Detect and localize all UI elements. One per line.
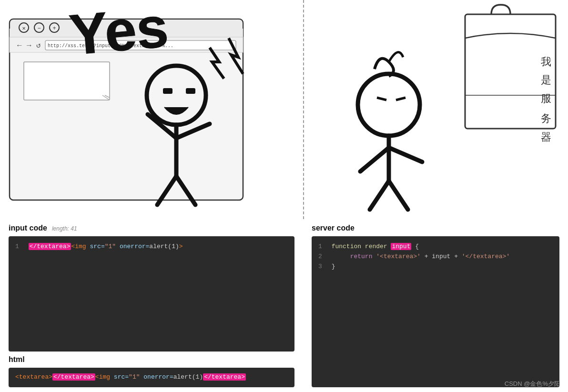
svg-line-32 — [389, 148, 422, 162]
server-code-line1: 1 function render input { — [318, 242, 553, 252]
indent — [332, 253, 346, 260]
server-code-line3: 3 } — [318, 262, 553, 272]
line-num-1: 1 — [15, 243, 19, 250]
svg-rect-15 — [24, 62, 110, 100]
right-illustration-svg: 我 是 服 务 器 — [303, 0, 568, 219]
input-param: input — [391, 243, 411, 250]
attr-src: src= — [90, 243, 104, 250]
server-label-text: server code — [312, 224, 355, 232]
server-code-label: server code — [312, 224, 559, 232]
alert-code: alert(1) — [149, 243, 179, 250]
html-tag-textarea-close-hl: </textarea> — [52, 373, 95, 381]
str-textarea-close: '</textarea>' — [462, 253, 510, 260]
html-attr-onerror: onerror= — [140, 373, 173, 381]
svg-rect-20 — [163, 88, 172, 94]
svg-text:+: + — [52, 25, 56, 32]
svg-text:器: 器 — [541, 132, 551, 142]
watermark-text: CSDN @金色%夕阳 — [505, 380, 560, 387]
input-code-label: input code length: 41 — [9, 224, 294, 232]
svg-text:✕: ✕ — [22, 25, 25, 32]
svg-line-31 — [360, 148, 389, 171]
svg-text:→: → — [27, 41, 31, 50]
svg-line-28 — [377, 98, 386, 100]
html-attr-src: src= — [110, 373, 129, 381]
input-code-line1: 1 </textarea><img src="1" onerror=alert(… — [15, 242, 288, 252]
svg-text:是: 是 — [541, 75, 551, 85]
svg-line-33 — [370, 181, 389, 210]
svg-line-34 — [389, 181, 408, 210]
svg-point-27 — [358, 74, 420, 136]
svg-line-29 — [396, 98, 406, 100]
tag-close-textarea: </textarea> — [29, 243, 71, 250]
tag-img-close: > — [179, 243, 183, 250]
svg-text:↺: ↺ — [36, 41, 41, 50]
server-code-block: 1 function render input { 2 return '<tex… — [312, 236, 559, 387]
str-textarea-open: '<textarea>' — [376, 253, 421, 260]
function-keyword: function render — [332, 243, 387, 250]
html-label-text: html — [9, 355, 25, 364]
html-close-tag-hl: </textarea> — [203, 373, 246, 381]
server-line-num-1: 1 — [318, 243, 322, 250]
html-alert: alert(1) — [173, 373, 203, 381]
tag-img-open: <img — [71, 243, 86, 250]
server-line-num-3: 3 — [318, 263, 322, 270]
svg-text:Yes: Yes — [67, 0, 171, 67]
svg-rect-21 — [186, 88, 195, 94]
watermark: CSDN @金色%夕阳 — [505, 380, 560, 388]
server-line-num-2: 2 — [318, 253, 322, 260]
left-panel: input code length: 41 1 </textarea><img … — [0, 219, 303, 392]
bottom-area: input code length: 41 1 </textarea><img … — [0, 219, 568, 392]
plus1: + input + — [425, 253, 462, 260]
closing-brace: } — [332, 263, 335, 270]
html-label-container: html — [9, 355, 294, 364]
input-length-text: length: 41 — [52, 225, 77, 232]
fn-brace: { — [415, 243, 419, 250]
left-illustration-svg: ✕ − + ← → ↺ http://xss.test/?input=%3C%2… — [0, 0, 303, 219]
input-label-text: input code — [9, 224, 47, 232]
html-tag-textarea-open: <textarea> — [15, 373, 52, 381]
svg-rect-35 — [465, 14, 556, 129]
html-attr-src-val: "1" — [129, 373, 140, 381]
server-code-line2: 2 return '<textarea>' + input + '</texta… — [318, 252, 553, 262]
attr-onerror: onerror= — [120, 243, 149, 250]
svg-text:−: − — [37, 25, 41, 32]
html-code-block: <textarea></textarea><img src="1" onerro… — [9, 368, 294, 387]
top-illustration: ✕ − + ← → ↺ http://xss.test/?input=%3C%2… — [0, 0, 568, 219]
return-keyword: return — [350, 253, 373, 260]
html-tag-img: <img — [95, 373, 110, 381]
input-code-block: 1 </textarea><img src="1" onerror=alert(… — [9, 236, 294, 352]
right-panel: server code 1 function render input { 2 … — [303, 219, 568, 392]
attr-src-val: "1" — [105, 243, 116, 250]
svg-text:我: 我 — [541, 56, 551, 67]
svg-text:←: ← — [17, 41, 22, 50]
svg-text:务: 务 — [541, 113, 551, 123]
